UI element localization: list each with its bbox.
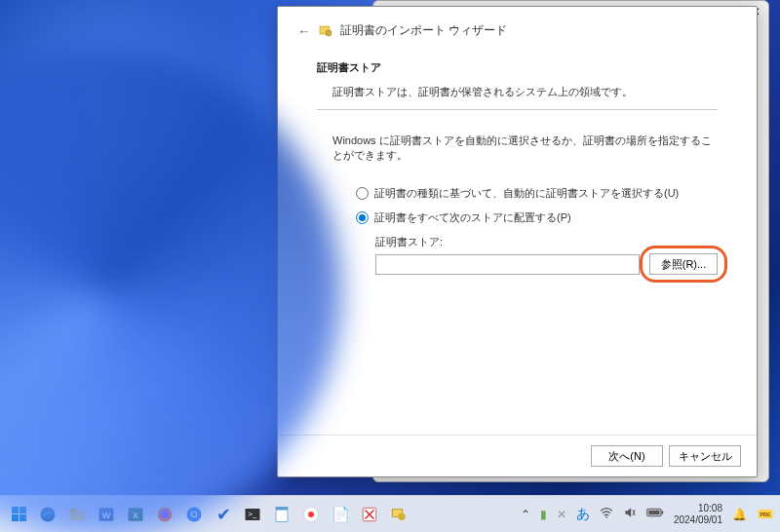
notification-icon[interactable]: 🔔 — [732, 508, 747, 521]
store-row: 参照(R)... — [375, 253, 718, 275]
terminal-icon[interactable]: >_ — [240, 502, 265, 527]
svg-point-19 — [308, 512, 314, 517]
app-icon-2[interactable] — [357, 502, 382, 527]
instruction-text: Windows に証明書ストアを自動的に選択させるか、証明書の場所を指定すること… — [317, 133, 718, 163]
svg-point-1 — [326, 30, 332, 36]
language-icon[interactable]: あ — [576, 506, 590, 523]
certificate-import-wizard-dialog: ← 証明書のインポート ウィザード 証明書ストア 証明書ストアは、証明書が保管さ… — [277, 6, 758, 477]
cancel-button[interactable]: キャンセル — [669, 445, 741, 467]
firefox-icon[interactable] — [152, 502, 177, 527]
word-icon[interactable]: W — [94, 502, 119, 527]
start-button[interactable] — [6, 502, 31, 527]
divider — [317, 109, 718, 110]
svg-rect-3 — [70, 510, 85, 520]
svg-rect-4 — [70, 509, 77, 512]
svg-rect-26 — [648, 511, 659, 515]
svg-text:PRE: PRE — [760, 512, 771, 517]
chevron-up-icon[interactable]: ⌃ — [521, 508, 530, 521]
certificate-wizard-icon — [319, 24, 332, 38]
svg-text:X: X — [133, 510, 138, 519]
section-title: 証明書ストア — [317, 60, 718, 75]
section-description: 証明書ストアは、証明書が保管されるシステム上の領域です。 — [317, 85, 718, 99]
svg-rect-7 — [129, 508, 143, 521]
svg-rect-5 — [99, 508, 114, 521]
taskbar: W X ✔ >_ 📄 — [0, 495, 780, 532]
radio-icon — [356, 187, 369, 200]
radio-manual-select[interactable]: 証明書をすべて次のストアに配置する(P) — [356, 210, 718, 225]
app-icon-1[interactable]: 📄 — [328, 502, 353, 527]
radio-label: 証明書をすべて次のストアに配置する(P) — [374, 210, 571, 225]
svg-text:>_: >_ — [249, 510, 257, 518]
svg-point-11 — [187, 507, 202, 521]
date-text: 2024/09/01 — [674, 514, 722, 526]
svg-point-22 — [398, 513, 406, 520]
svg-point-10 — [161, 510, 170, 518]
volume-icon[interactable] — [623, 506, 637, 522]
svg-point-2 — [41, 507, 56, 521]
certificate-icon[interactable] — [386, 502, 411, 527]
battery-icon[interactable] — [646, 507, 664, 521]
wizard-title: 証明書のインポート ウィザード — [340, 22, 507, 39]
svg-rect-25 — [662, 512, 664, 514]
next-button[interactable]: 次へ(N) — [591, 445, 663, 467]
svg-text:W: W — [102, 510, 111, 519]
notepad-icon[interactable] — [269, 502, 294, 527]
svg-rect-17 — [276, 507, 288, 510]
radio-label: 証明書の種類に基づいて、自動的に証明書ストアを選択する(U) — [374, 186, 679, 201]
highlight-annotation: 参照(R)... — [649, 253, 718, 275]
browse-button[interactable]: 参照(R)... — [649, 253, 718, 275]
store-subsection: 証明書ストア: 参照(R)... — [356, 235, 718, 275]
radio-group: 証明書の種類に基づいて、自動的に証明書ストアを選択する(U) 証明書をすべて次の… — [317, 186, 718, 275]
back-arrow-icon[interactable]: ← — [297, 23, 311, 39]
excel-icon[interactable]: X — [123, 502, 148, 527]
radio-auto-select[interactable]: 証明書の種類に基づいて、自動的に証明書ストアを選択する(U) — [356, 186, 718, 201]
dialog-footer: 次へ(N) キャンセル — [278, 435, 757, 476]
dialog-header: ← 証明書のインポート ウィザード — [278, 7, 757, 51]
wifi-icon[interactable] — [600, 506, 613, 522]
dialog-body: 証明書ストア 証明書ストアは、証明書が保管されるシステム上の領域です。 Wind… — [278, 51, 757, 435]
desktop-background: ✕ ← 証明書のインポート ウィザード 証明書ストア 証明書ストアは、証明書が保… — [0, 0, 780, 532]
preview-badge-icon[interactable]: PRE — [757, 504, 774, 524]
store-label: 証明書ストア: — [375, 235, 718, 249]
explorer-icon[interactable] — [64, 502, 90, 527]
clock[interactable]: 10:08 2024/09/01 — [674, 503, 722, 526]
edge-icon[interactable] — [35, 502, 60, 527]
certificate-store-input[interactable] — [375, 254, 640, 275]
itunes-icon[interactable] — [298, 502, 324, 527]
svg-point-13 — [192, 512, 197, 516]
svg-point-9 — [158, 507, 173, 521]
tray-icon-2[interactable]: ✕ — [557, 508, 566, 521]
chrome-icon[interactable] — [181, 502, 207, 527]
todo-icon[interactable]: ✔ — [211, 502, 236, 527]
svg-point-23 — [605, 516, 607, 518]
radio-icon-selected — [356, 211, 369, 224]
tray-icon-1[interactable]: ▮ — [540, 508, 547, 521]
taskbar-left: W X ✔ >_ 📄 — [6, 502, 521, 527]
taskbar-right: ⌃ ▮ ✕ あ 10:08 2024/09/01 🔔 PRE — [521, 503, 774, 526]
time-text: 10:08 — [674, 503, 722, 514]
